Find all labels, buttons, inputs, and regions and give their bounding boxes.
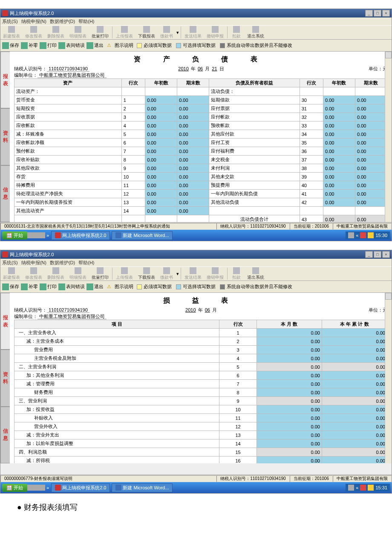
toolbar-button: 新建报表: [0, 266, 23, 281]
toolbar-button: 明细报表: [67, 25, 89, 40]
status-tid: 纳税人识别号：110102710934190: [216, 223, 289, 230]
toolbar-button[interactable]: 批量打印: [89, 25, 111, 40]
toolbar2-button[interactable]: 打印: [40, 283, 57, 290]
table-row: 加：投资收益100.000.00: [14, 405, 387, 414]
taskbar-item-2[interactable]: 新建 Microsoft Word...: [112, 483, 173, 492]
table-row: 货币资金10.000.00短期借款300.000.00: [14, 96, 387, 104]
table-row: 主营业务税金及附加40.000.00: [14, 354, 387, 363]
table-row: 营业费用30.000.00: [14, 346, 387, 354]
table-row: 减：管理费用70.000.00: [14, 380, 387, 388]
doc-bullet: ● 财务报表须填写: [17, 502, 375, 512]
system-tray: « 15:30: [346, 231, 390, 239]
table-row: 三、营业利润90.000.00: [14, 397, 387, 405]
side-tab[interactable]: 报表: [0, 293, 10, 350]
table-row: 其他流动资产140.000.00: [14, 207, 387, 215]
maximize-button[interactable]: □: [374, 251, 381, 258]
close-button[interactable]: ×: [382, 251, 390, 258]
toolbar2-button[interactable]: 退出: [86, 42, 104, 49]
scrollbar[interactable]: [385, 52, 392, 222]
toolbar-button[interactable]: 下载报表: [135, 266, 158, 281]
table-row: 存货100.000.00其他未交款390.000.00: [14, 173, 387, 181]
toolbar-main: 新建报表修改报表删除报表明细报表批量打印上传报表下载报表缴款书▾发送结果撤销申报…: [0, 25, 392, 40]
app-icon: [2, 10, 8, 16]
table-row: 减：营业外支出130.000.00: [14, 431, 387, 439]
minimize-button[interactable]: _: [365, 10, 373, 17]
toolbar-button: 删除报表: [45, 266, 67, 281]
maximize-button[interactable]: □: [374, 10, 381, 17]
toolbar2-button[interactable]: 补零: [21, 283, 38, 290]
table-row: 二、主营业务利润50.000.00: [14, 363, 387, 371]
table-row: 四、利润总额150.000.00: [14, 448, 387, 457]
toolbar-button: 扣款: [228, 266, 245, 281]
side-tab[interactable]: 报表: [0, 52, 10, 108]
toolbar-button: 修改报表: [23, 25, 45, 40]
clock: 15:30: [375, 233, 387, 238]
table-row: 营业外收入120.000.00: [14, 422, 387, 431]
side-tab[interactable]: 信息: [0, 407, 10, 463]
close-button[interactable]: ×: [382, 10, 390, 17]
app-title: 网上纳税申报系统2.0: [10, 10, 54, 17]
start-button[interactable]: 🪟开始: [2, 231, 27, 240]
menu-item[interactable]: 数据维护(D): [50, 260, 75, 266]
sheet-area: 损 益 表 纳税人识别号：110102710934190 编制单位：中船重工物资…: [10, 293, 392, 463]
toolbar2-button[interactable]: 打印: [40, 42, 57, 49]
menu-item[interactable]: 纳税申报(N): [21, 18, 46, 24]
taskbar: 🪟开始 » 网上纳税申报系统2.0 新建 Microsoft Word... «…: [0, 230, 392, 241]
date-day[interactable]: 21: [211, 66, 218, 71]
menu-item[interactable]: 纳税申报(N): [21, 260, 46, 266]
toolbar-button[interactable]: 退出系统: [245, 266, 267, 281]
menu-item[interactable]: 帮助(H): [78, 260, 94, 266]
menu-item[interactable]: 帮助(H): [78, 18, 94, 24]
window-controls: _ □ ×: [365, 10, 390, 17]
toolbar-button[interactable]: 批量打印: [89, 266, 111, 281]
system-tray: « 15:31: [346, 484, 390, 491]
toolbar2-button[interactable]: 保存: [2, 283, 19, 290]
taskbar-item-1[interactable]: 网上纳税申报系统2.0: [51, 483, 110, 492]
status-bar: 000016131-北京市国家税务局关于6月13日18时至6月14日13时暂停网…: [0, 222, 392, 230]
toolbar-button: 撤销申报: [204, 25, 226, 40]
toolbar-button: 缴款书: [158, 25, 176, 40]
table-row: 待处理流动资产净损失120.000.00一年内到期的长期负债410.000.00: [14, 190, 387, 198]
legend-label: 图示说明: [115, 283, 133, 290]
side-tab[interactable]: 信息: [0, 165, 10, 222]
side-tab[interactable]: 资料: [0, 108, 10, 165]
sheet-title: 资 产 负 债 表: [14, 55, 387, 64]
toolbar2-button[interactable]: 保存: [2, 42, 19, 49]
toolbar-button: 上传报表: [113, 25, 135, 40]
org-name: 中船重工物资贸易集团有限公司: [37, 72, 107, 78]
toolbar-button: 扣款: [228, 25, 245, 40]
toolbar-button[interactable]: 退出系统: [245, 25, 267, 40]
start-button[interactable]: 🪟开始: [2, 484, 27, 492]
taxpayer-id: 110102710934190: [47, 66, 89, 72]
toolbar-button: 撤销申报: [204, 266, 226, 281]
scrollbar[interactable]: [385, 293, 392, 463]
status-msg: 000016131-北京市国家税务局关于6月13日18时至6月14日13时暂停网…: [0, 223, 216, 230]
toolbar2-button[interactable]: 补零: [21, 42, 38, 49]
toolbar-button: 修改报表: [23, 266, 45, 281]
balance-sheet-table: 资产行次年初数期末数负债及所有者权益行次年初数期末数 流动资产：流动负债：货币资…: [14, 78, 387, 222]
table-row: 加：以前年度损益调整140.000.00: [14, 439, 387, 448]
taskbar-item-1[interactable]: 网上纳税申报系统2.0: [51, 231, 110, 240]
taskbar-item-2[interactable]: 新建 Microsoft Word...: [112, 231, 173, 240]
toolbar-button: 上传报表: [113, 266, 135, 281]
status-bar: 000000006779-财务报表须填写说明 纳税人识别号：1101027109…: [0, 474, 392, 482]
titlebar: 网上纳税申报系统2.0 _ □ ×: [0, 250, 392, 259]
minimize-button[interactable]: _: [365, 251, 373, 258]
app-window-1: 网上纳税申报系统2.0 _ □ × 系统(S)纳税申报(N)数据维护(D)帮助(…: [0, 9, 392, 241]
menu-item[interactable]: 系统(S): [2, 260, 18, 266]
menu-item[interactable]: 系统(S): [2, 18, 18, 24]
date-month[interactable]: 06: [197, 66, 204, 71]
toolbar2-button[interactable]: 退出: [86, 283, 104, 290]
sheet-title: 损 益 表: [14, 296, 387, 305]
table-row: 待摊费用110.000.00预提费用400.000.00: [14, 181, 387, 190]
pl-table: 项 目行次本 月 数本 年 累 计 数 一、主营业务收入10.000.00减：主…: [14, 320, 387, 463]
date-year[interactable]: 2010: [177, 66, 189, 71]
toolbar2-button[interactable]: 表间错误: [58, 42, 85, 49]
toolbar-button: 发送结果: [182, 266, 204, 281]
table-row: 减：所得税160.000.00: [14, 457, 387, 464]
toolbar2-button[interactable]: 表间错误: [58, 283, 85, 290]
side-tab[interactable]: 资料: [0, 350, 10, 406]
toolbar-button[interactable]: 下载报表: [135, 25, 158, 40]
toolbar-main: 新建报表修改报表删除报表明细报表批量打印上传报表下载报表缴款书▾发送结果撤销申报…: [0, 266, 392, 281]
menu-item[interactable]: 数据维护(D): [50, 18, 75, 24]
